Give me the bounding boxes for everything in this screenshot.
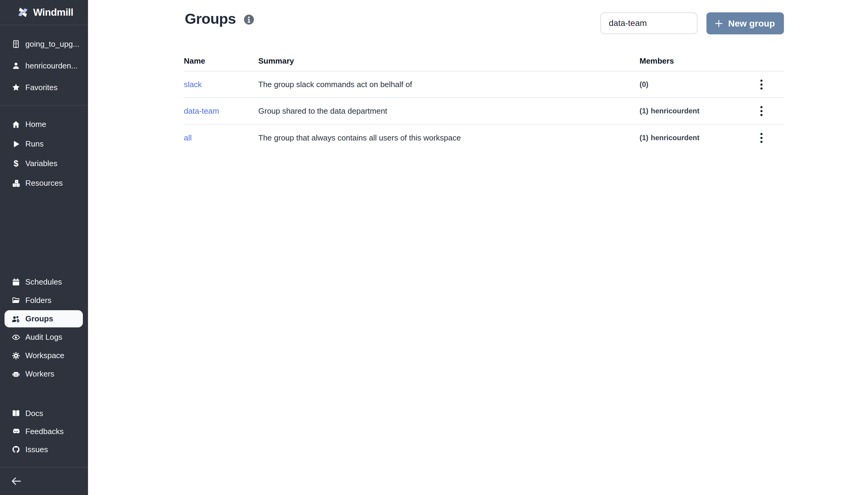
windmill-groups-page: Windmill going_to_upg... xyxy=(0,0,868,495)
sidebar-item-schedules[interactable]: Schedules xyxy=(0,273,88,291)
members-names: henricourdent xyxy=(651,107,699,115)
calendar-icon xyxy=(12,278,20,287)
group-summary: The group that always contains all users… xyxy=(258,133,640,142)
group-link[interactable]: data-team xyxy=(184,106,219,116)
user-group-gear-icon xyxy=(12,314,20,323)
building-icon xyxy=(12,39,20,49)
table-row: all The group that always contains all u… xyxy=(184,124,784,151)
sidebar-divider xyxy=(0,105,88,105)
sidebar-divider xyxy=(0,25,88,25)
sidebar-item-groups[interactable]: Groups xyxy=(4,310,83,327)
cubes-icon xyxy=(12,179,20,188)
sidebar-item-variables[interactable]: $ Variables xyxy=(0,154,88,173)
dollar-icon: $ xyxy=(12,159,20,168)
group-link[interactable]: slack xyxy=(184,80,202,89)
collapse-sidebar-button[interactable] xyxy=(10,475,22,488)
page-header: Groups xyxy=(185,10,254,27)
groups-table: Name Summary Members slack The group sla… xyxy=(184,51,784,151)
group-members: (1)henricourdent xyxy=(640,134,739,142)
group-summary: Group shared to the data department xyxy=(258,106,640,116)
sidebar-item-issues[interactable]: Issues xyxy=(0,441,88,459)
nav-label: Resources xyxy=(25,178,63,188)
group-search-input[interactable] xyxy=(601,12,697,34)
sidebar-item-resources[interactable]: Resources xyxy=(0,173,88,193)
column-header-members: Members xyxy=(640,56,739,66)
brand-name: Windmill xyxy=(33,7,73,18)
book-icon xyxy=(12,409,20,418)
row-menu-button[interactable] xyxy=(756,130,767,146)
sidebar-admin-nav: Schedules Folders xyxy=(0,273,88,383)
windmill-pinwheel-icon xyxy=(16,6,30,19)
nav-label: Workers xyxy=(25,369,54,379)
nav-label: Home xyxy=(25,120,46,129)
brand-logo[interactable]: Windmill xyxy=(0,0,88,25)
sidebar-divider xyxy=(0,467,88,467)
plus-icon xyxy=(714,18,724,29)
gear-icon xyxy=(12,351,20,360)
members-count: (1) xyxy=(640,134,648,142)
star-icon xyxy=(12,83,20,92)
group-link[interactable]: all xyxy=(184,133,192,142)
column-header-name: Name xyxy=(184,56,258,66)
page-title: Groups xyxy=(185,10,236,27)
sidebar-collapse-row xyxy=(0,471,88,492)
sidebar-item-runs[interactable]: Runs xyxy=(0,134,88,154)
nav-label: Schedules xyxy=(25,277,62,287)
nav-label: Audit Logs xyxy=(25,332,63,342)
new-group-button[interactable]: New group xyxy=(707,12,784,34)
eye-icon xyxy=(12,333,20,342)
group-members: (1)henricourdent xyxy=(640,107,739,115)
sidebar-item-folders[interactable]: Folders xyxy=(0,291,88,310)
nav-label: Docs xyxy=(25,409,43,418)
nav-label: Feedbacks xyxy=(25,427,64,436)
nav-label: Runs xyxy=(25,139,44,149)
user-menu[interactable]: henricourden... xyxy=(0,55,88,76)
header-controls: New group xyxy=(601,12,784,34)
table-header-row: Name Summary Members xyxy=(184,51,784,71)
info-icon[interactable] xyxy=(244,14,254,25)
column-header-summary: Summary xyxy=(258,56,640,66)
sidebar-item-audit-logs[interactable]: Audit Logs xyxy=(0,328,88,346)
folder-open-icon xyxy=(12,296,20,305)
members-count: (1) xyxy=(640,107,648,115)
nav-label: Variables xyxy=(25,159,57,168)
sidebar-item-home[interactable]: Home xyxy=(0,115,88,134)
user-icon xyxy=(12,61,20,70)
sidebar-item-docs[interactable]: Docs xyxy=(0,404,88,422)
robot-icon xyxy=(12,370,20,379)
workspace-label: going_to_upg... xyxy=(25,39,79,49)
group-members: (0) xyxy=(640,80,739,89)
sidebar-context-section: going_to_upg... henricourden... Favor xyxy=(0,33,88,98)
sidebar: Windmill going_to_upg... xyxy=(0,0,88,495)
sidebar-item-favorites[interactable]: Favorites xyxy=(0,76,88,98)
home-icon xyxy=(12,120,20,129)
nav-label: Workspace xyxy=(25,351,65,360)
members-count: (0) xyxy=(640,80,648,88)
svg-text:$: $ xyxy=(14,159,18,168)
sidebar-item-workers[interactable]: Workers xyxy=(0,365,88,383)
nav-label: Folders xyxy=(25,296,52,305)
members-names: henricourdent xyxy=(651,134,699,142)
nav-label: Groups xyxy=(25,314,53,323)
main-content: Groups New group xyxy=(88,0,868,495)
table-row: slack The group slack commands act on be… xyxy=(184,71,784,98)
table-row: data-team Group shared to the data depar… xyxy=(184,98,784,124)
nav-label: Issues xyxy=(25,445,48,454)
play-icon xyxy=(12,140,20,149)
discord-icon xyxy=(12,427,20,436)
arrow-left-icon xyxy=(10,475,22,488)
favorites-label: Favorites xyxy=(25,83,57,92)
sidebar-main-nav: Home Runs $ Variables xyxy=(0,115,88,193)
sidebar-footer-nav: Docs Feedbacks Issues xyxy=(0,404,88,459)
row-menu-button[interactable] xyxy=(756,76,767,92)
github-icon xyxy=(12,445,20,454)
group-summary: The group slack commands act on belhalf … xyxy=(258,80,640,89)
sidebar-item-feedbacks[interactable]: Feedbacks xyxy=(0,422,88,441)
row-menu-button[interactable] xyxy=(756,103,767,119)
new-group-label: New group xyxy=(728,18,775,29)
sidebar-item-workspace[interactable]: Workspace xyxy=(0,346,88,365)
user-label: henricourden... xyxy=(25,61,77,70)
workspace-switcher[interactable]: going_to_upg... xyxy=(0,33,88,55)
